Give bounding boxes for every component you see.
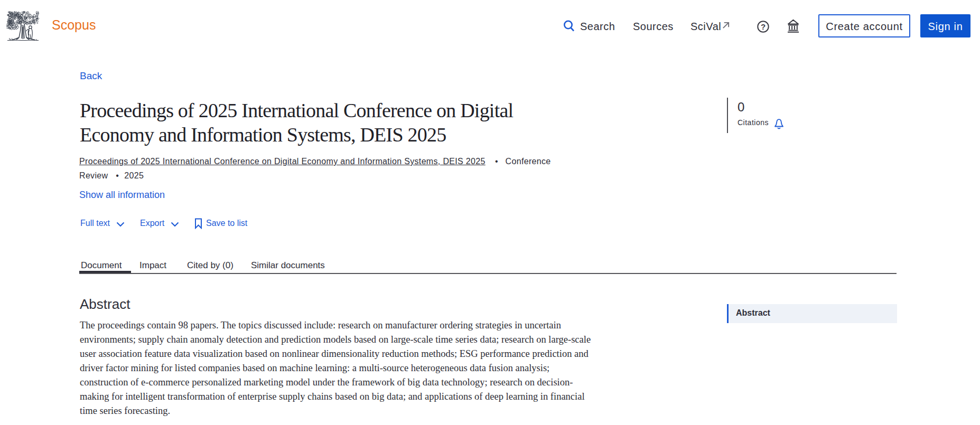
svg-text:?: ? <box>761 22 766 31</box>
